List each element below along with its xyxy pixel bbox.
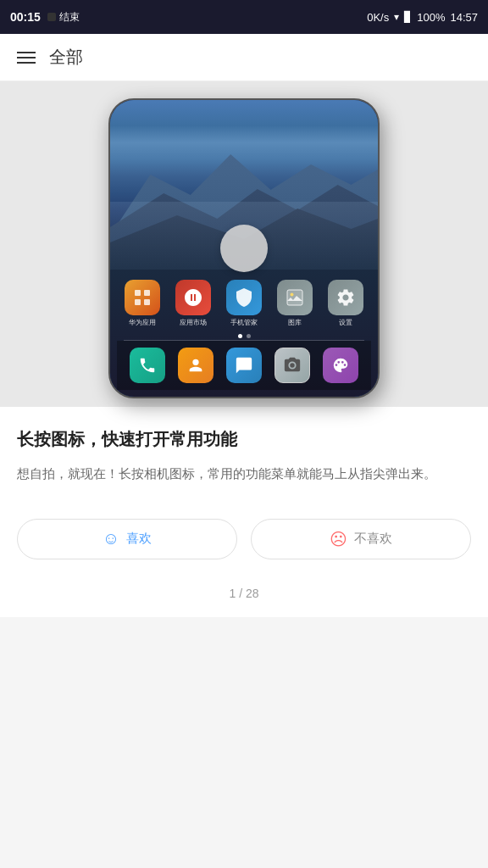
- phone-mockup: 华为应用 应用市场 手机管家: [108, 98, 380, 398]
- status-record: 结束: [47, 10, 80, 25]
- app-icon-huawei-apps[interactable]: 华为应用: [120, 280, 164, 327]
- svg-point-5: [291, 293, 294, 297]
- dock-row: [117, 341, 371, 390]
- tip-content-area: 长按图标，快速打开常用功能 想自拍，就现在！长按相机图标，常用的功能菜单就能马上…: [0, 407, 488, 502]
- page-indicator: 1 / 28: [0, 576, 488, 617]
- like-button[interactable]: ☺ 喜欢: [17, 519, 237, 559]
- dislike-button[interactable]: ☹ 不喜欢: [251, 519, 471, 559]
- app-row-main: 华为应用 应用市场 手机管家: [117, 280, 371, 327]
- phone-manager-icon: [226, 280, 262, 315]
- svg-rect-4: [287, 290, 302, 305]
- wifi-icon: ▾: [394, 11, 399, 23]
- wallpaper: [110, 100, 378, 270]
- dock-icon-phone[interactable]: [125, 348, 169, 383]
- clock-time: 14:57: [450, 11, 478, 24]
- dock-icon-messages[interactable]: [222, 348, 266, 383]
- record-label: 结束: [59, 10, 80, 25]
- app-label-store: 应用市场: [180, 318, 207, 327]
- phone-mockup-container: 华为应用 应用市场 手机管家: [0, 81, 488, 407]
- app-label-gallery: 图库: [288, 318, 302, 327]
- app-icon-app-store[interactable]: 应用市场: [171, 280, 215, 327]
- like-label: 喜欢: [126, 531, 152, 547]
- hamburger-menu-icon[interactable]: [17, 52, 36, 64]
- mountain-fog: [110, 202, 378, 270]
- action-buttons: ☺ 喜欢 ☹ 不喜欢: [0, 502, 488, 576]
- app-icon-settings[interactable]: 设置: [324, 280, 368, 327]
- dock-icon-contacts[interactable]: [174, 348, 218, 383]
- svg-rect-0: [135, 290, 141, 296]
- status-right: 0K/s ▾ ▊ 100% 14:57: [367, 11, 478, 24]
- app-store-icon: [175, 280, 211, 315]
- dock-themes-icon: [323, 348, 358, 383]
- dock-icon-camera[interactable]: [270, 348, 314, 383]
- svg-rect-1: [144, 290, 150, 296]
- status-bar: 00:15 结束 0K/s ▾ ▊ 100% 14:57: [0, 0, 488, 34]
- signal-icon: ▊: [404, 11, 412, 23]
- app-icon-phone-manager[interactable]: 手机管家: [222, 280, 266, 327]
- app-icon-gallery[interactable]: 图库: [273, 280, 317, 327]
- page-dot-2: [247, 334, 251, 338]
- phone-screen: 华为应用 应用市场 手机管家: [110, 100, 378, 397]
- svg-rect-3: [144, 299, 150, 305]
- app-icons-area: 华为应用 应用市场 手机管家: [110, 270, 378, 397]
- app-label-huawei: 华为应用: [129, 318, 156, 327]
- settings-icon: [328, 280, 363, 315]
- record-dot: [47, 13, 56, 21]
- dock-icon-themes[interactable]: [319, 348, 363, 383]
- page-dot-1: [238, 334, 242, 338]
- huawei-apps-icon: [125, 280, 160, 315]
- svg-rect-2: [135, 299, 141, 305]
- frown-icon: ☹: [330, 529, 347, 549]
- header-title: 全部: [49, 46, 83, 69]
- network-speed: 0K/s: [367, 11, 389, 24]
- page-dots: [117, 331, 371, 340]
- status-left: 00:15 结束: [10, 10, 80, 25]
- page-display: 1 / 28: [229, 587, 258, 600]
- dock-messages-icon: [226, 348, 262, 383]
- tip-title: 长按图标，快速打开常用功能: [17, 427, 471, 451]
- header: 全部: [0, 34, 488, 81]
- dock-contacts-icon: [178, 348, 214, 383]
- dock-phone-icon: [130, 348, 165, 383]
- status-time: 00:15: [10, 10, 41, 24]
- battery-level: 100%: [417, 11, 445, 24]
- dislike-label: 不喜欢: [354, 531, 392, 547]
- tip-description: 想自拍，就现在！长按相机图标，常用的功能菜单就能马上从指尖弹出来。: [17, 463, 471, 485]
- gallery-icon: [277, 280, 313, 315]
- smile-icon: ☺: [103, 529, 119, 548]
- app-label-settings: 设置: [339, 318, 352, 327]
- app-label-manager: 手机管家: [230, 318, 258, 327]
- dock-camera-icon: [274, 348, 310, 383]
